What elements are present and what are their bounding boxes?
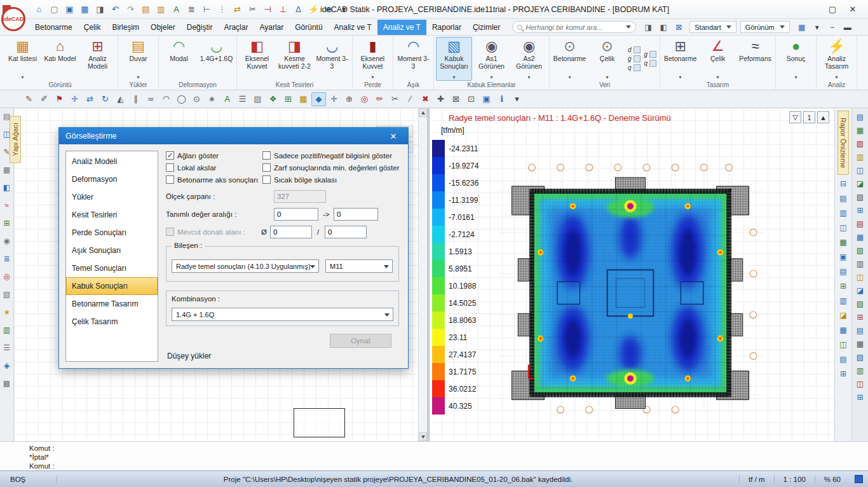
redo-icon[interactable]: ↷ [123, 3, 138, 16]
mesh-icon[interactable]: ▦ [1, 164, 13, 175]
dialog-list-item[interactable]: Betonarme Tasarım [66, 295, 158, 313]
move-icon[interactable]: ✛ [67, 92, 82, 106]
ribbon-button[interactable]: ∠ Çelik ▾ [700, 37, 736, 81]
dialog-list-item[interactable]: Aşık Sonuçları [66, 242, 158, 259]
ribbon-button[interactable]: ◠ Modal [161, 37, 197, 81]
preview-add-icon[interactable]: ⊞ [837, 280, 849, 292]
dialog-checkbox[interactable]: Sadece pozitif/negatif bilgisini göster [262, 149, 400, 161]
dialog-titlebar[interactable]: Görselleştirme ✕ [59, 128, 408, 144]
material-report-icon[interactable]: ▥ [854, 364, 867, 376]
scroll-down-arrow[interactable] [419, 432, 427, 441]
menu-tab[interactable]: Çizimler [467, 20, 506, 35]
dialog-checkbox[interactable]: Sıcak bölge skalası [262, 174, 400, 186]
idecad-logo[interactable]: ideCAD [1, 7, 25, 31]
grid-snap-icon[interactable]: ⊞ [281, 92, 295, 106]
menu-tab[interactable]: Ayarlar [254, 20, 289, 35]
preview-image-icon[interactable]: ▣ [837, 251, 849, 263]
veri-load-toggle[interactable]: d [628, 46, 641, 53]
preview-table-icon[interactable]: ▤ [837, 193, 849, 204]
snap-icon[interactable]: ⊥ [276, 3, 290, 16]
ribbon-button[interactable]: ▤ Duvar ▾ [120, 37, 156, 81]
list-icon[interactable]: ☰ [235, 92, 250, 106]
result-canvas[interactable]: Radye temel sonuçları - M11 : 1.4G+1.6Q … [430, 108, 834, 441]
menu-tab[interactable]: Analiz ve T [329, 20, 377, 35]
number-list-icon[interactable]: ⋮ [215, 3, 229, 16]
toolbar-more-icon[interactable]: ▾ [510, 92, 524, 106]
image-icon[interactable]: ▣ [479, 92, 494, 106]
wave-icon[interactable]: ≈ [1, 200, 13, 211]
summary-report-icon[interactable]: ▦ [854, 338, 867, 350]
load-report-icon[interactable]: ⊞ [854, 311, 867, 323]
parallel-icon[interactable]: ∥ [128, 92, 143, 106]
node-icon[interactable]: ◆ [311, 92, 326, 106]
text-icon[interactable]: A [220, 92, 234, 106]
info-icon[interactable]: ℹ [494, 92, 509, 106]
flag-icon[interactable]: ⚑ [52, 92, 67, 106]
ribbon-button[interactable]: ⊞ Betonarme ▾ [662, 37, 698, 81]
dialog-checkbox[interactable]: Zarf sonuçlarında min. değerleri göster [262, 161, 400, 174]
dialog-list-item[interactable]: Perde Sonuçları [66, 224, 158, 242]
rebar-area-input[interactable] [325, 226, 367, 238]
range-to-input[interactable] [334, 208, 378, 221]
ribbon-button[interactable]: ≈ Peformans [737, 37, 773, 81]
preview-grid-icon[interactable]: ▦ [837, 237, 849, 248]
align-icon[interactable]: ≣ [184, 3, 199, 16]
menu-tab[interactable]: Raporlar [426, 20, 467, 35]
menu-tab[interactable]: Betonarme [29, 20, 78, 35]
close-icon[interactable]: ✕ [385, 132, 402, 141]
box-point-icon[interactable]: ⊡ [464, 92, 478, 106]
layers-panel-icon[interactable]: ≣ [1, 253, 13, 264]
ribbon-button[interactable]: ◉ As2 Görünen ▾ [511, 37, 547, 81]
export-report-icon[interactable]: ⊞ [854, 391, 867, 403]
dialog-list-item[interactable]: Yükler [66, 188, 158, 206]
dimension-icon[interactable]: ⊢ [200, 3, 214, 16]
ribbon-button[interactable]: ⚡ Analiz Tasarım ▾ [818, 37, 855, 81]
ribbon-button[interactable]: ● Sonuç ▾ [778, 37, 814, 81]
close-button[interactable]: ✕ [844, 3, 862, 17]
hatch-b-icon[interactable]: ▩ [1, 378, 13, 389]
ribbon-button[interactable]: ⊙ Çelik ▾ [589, 37, 625, 81]
layer-list-icon[interactable]: ▤ [139, 3, 153, 16]
target-icon[interactable]: ◎ [357, 92, 372, 106]
ribbon-button[interactable]: ◉ As1 Görünen ▾ [473, 37, 510, 81]
circle-icon[interactable]: ◯ [174, 92, 189, 106]
dialog-list-item[interactable]: Analiz Modeli [66, 153, 158, 170]
wall-report-icon[interactable]: ▥ [854, 257, 867, 270]
panels-icon[interactable]: ▦ [795, 21, 809, 34]
close-region-icon[interactable]: ⊠ [449, 92, 463, 106]
report-table-icon[interactable]: ▤ [854, 111, 867, 123]
point-select-icon[interactable]: ◉ [1, 235, 13, 247]
range-from-input[interactable] [274, 208, 318, 221]
veri-load-toggle[interactable]: g [628, 55, 641, 62]
report-fill-icon[interactable]: ◪ [854, 177, 867, 189]
viewport-icon[interactable]: ◧ [1, 182, 13, 193]
preview-export-icon[interactable]: ⊞ [837, 368, 849, 380]
dialog-checkbox[interactable]: Lokal akslar [166, 161, 258, 174]
scroll-up-arrow[interactable] [419, 108, 427, 117]
result-type-select[interactable]: Radye temel sonuçları (4.10.3 Uygulanmış… [172, 259, 319, 273]
ribbon-button[interactable]: ⊞ Analiz Modeli [79, 37, 116, 81]
undo-icon[interactable]: ↶ [108, 3, 123, 16]
report-columns-icon[interactable]: ◫ [854, 164, 867, 176]
filter-icon[interactable]: ▽ [789, 111, 801, 123]
center-icon[interactable]: ⊙ [189, 92, 204, 106]
veri-load-toggle[interactable]: q [644, 60, 657, 67]
rotate-icon[interactable]: ↻ [98, 92, 112, 106]
report-add-icon[interactable]: ⊞ [854, 204, 867, 216]
draw-icon[interactable]: ✎ [22, 92, 36, 106]
attach-icon[interactable]: ⊕ [342, 92, 356, 106]
new-file-icon[interactable]: ▢ [47, 3, 62, 16]
grid-icon[interactable]: ▥ [154, 3, 168, 16]
command-console[interactable]: Komut :*İptal*Komut : [0, 441, 868, 470]
dialog-checkbox[interactable]: ✓ Ağları göster [166, 149, 258, 161]
star-icon[interactable]: ∗ [1, 306, 13, 318]
component-select[interactable]: M11 [325, 259, 393, 273]
blocks-icon[interactable]: ❖ [266, 92, 280, 106]
dialog-list-item[interactable]: Çelik Tasarım [66, 313, 158, 331]
save-all-icon[interactable]: ▦ [78, 3, 92, 16]
selection-filter-icon[interactable]: ⊠ [672, 21, 686, 34]
diamond-icon[interactable]: ◈ [1, 360, 13, 371]
dialog-list-item[interactable]: Kabuk Sonuçları [66, 277, 158, 295]
report-grid-icon[interactable]: ▦ [854, 124, 867, 136]
detail-report-icon[interactable]: ▧ [854, 351, 867, 363]
